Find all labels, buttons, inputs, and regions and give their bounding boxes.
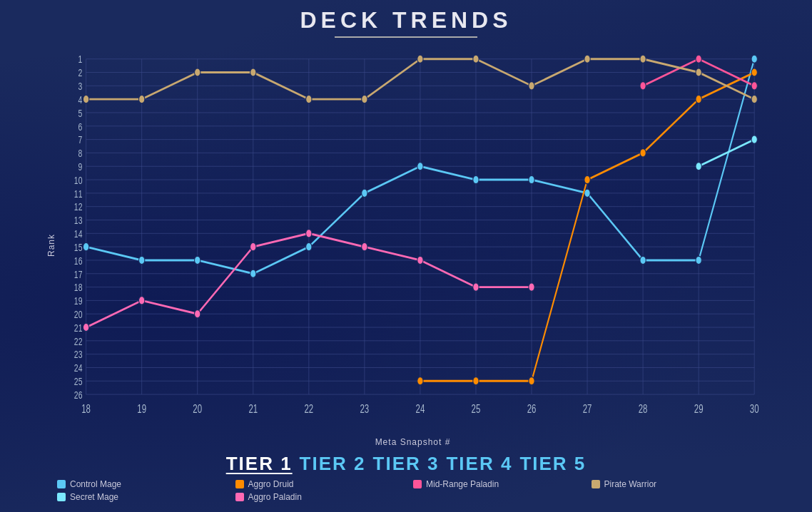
svg-point-79 <box>139 256 145 265</box>
svg-point-80 <box>195 256 201 265</box>
svg-text:20: 20 <box>74 309 83 320</box>
legend-item: Aggro Paladin <box>235 492 400 502</box>
svg-point-107 <box>473 283 479 292</box>
svg-point-114 <box>83 95 88 103</box>
svg-point-118 <box>306 95 312 103</box>
legend-label: Aggro Druid <box>248 479 294 489</box>
svg-point-124 <box>640 55 646 63</box>
svg-point-89 <box>696 256 701 265</box>
svg-text:4: 4 <box>78 94 83 106</box>
x-axis-label: Meta Snapshot # <box>56 437 769 447</box>
svg-point-85 <box>473 175 479 184</box>
svg-point-98 <box>696 95 701 103</box>
svg-point-99 <box>751 68 757 77</box>
svg-text:21: 21 <box>248 402 258 415</box>
chart-inner: 1819202122232425262728293012345678910111… <box>56 43 769 447</box>
svg-point-126 <box>751 95 757 103</box>
svg-point-103 <box>250 242 256 251</box>
svg-text:27: 27 <box>583 402 592 415</box>
svg-point-88 <box>640 256 646 265</box>
svg-text:22: 22 <box>74 336 83 347</box>
svg-point-93 <box>417 377 423 386</box>
legend-color <box>235 493 244 501</box>
legend-item: Secret Mage <box>57 492 221 502</box>
svg-text:18: 18 <box>74 282 83 294</box>
svg-point-101 <box>139 297 145 305</box>
svg-point-116 <box>195 68 201 77</box>
svg-point-100 <box>83 323 88 332</box>
svg-text:23: 23 <box>360 402 369 415</box>
svg-text:24: 24 <box>416 402 425 415</box>
svg-text:20: 20 <box>193 402 202 415</box>
svg-point-106 <box>417 256 423 265</box>
svg-point-125 <box>696 68 701 77</box>
tier-1-label[interactable]: TIER 1 <box>226 453 293 475</box>
svg-text:23: 23 <box>74 349 83 361</box>
legend-color <box>57 493 66 501</box>
svg-text:11: 11 <box>74 188 83 200</box>
main-chart-svg: 1819202122232425262728293012345678910111… <box>56 43 769 436</box>
svg-text:26: 26 <box>527 402 537 415</box>
svg-point-86 <box>529 175 534 184</box>
svg-point-94 <box>473 377 479 386</box>
svg-point-120 <box>417 55 423 63</box>
svg-point-121 <box>473 55 479 63</box>
svg-text:12: 12 <box>74 202 83 213</box>
chart-svg-wrapper: 1819202122232425262728293012345678910111… <box>56 43 769 436</box>
svg-point-117 <box>250 68 256 77</box>
svg-point-122 <box>529 82 534 91</box>
svg-point-108 <box>529 283 534 292</box>
tier-4-label[interactable]: TIER 4 <box>446 453 512 475</box>
svg-point-96 <box>584 175 590 184</box>
main-container: DECK TRENDS Rank 18192021222324252627282… <box>0 0 812 512</box>
svg-point-102 <box>195 309 201 318</box>
svg-point-78 <box>83 242 88 251</box>
svg-point-92 <box>751 135 757 144</box>
legend-label: Control Mage <box>70 479 121 489</box>
y-axis-label: Rank <box>43 43 56 447</box>
tier-2-label[interactable]: TIER 2 <box>300 453 366 475</box>
svg-text:24: 24 <box>74 363 83 374</box>
svg-text:3: 3 <box>78 81 83 93</box>
svg-point-111 <box>640 82 646 91</box>
page-title: DECK TRENDS <box>300 7 512 34</box>
svg-text:21: 21 <box>74 322 83 334</box>
svg-point-87 <box>584 189 590 198</box>
title-section: DECK TRENDS <box>300 7 512 38</box>
title-underline <box>335 36 477 38</box>
svg-point-104 <box>306 230 312 238</box>
legend-label: Mid-Range Paladin <box>426 479 499 489</box>
legend-color <box>57 480 66 488</box>
svg-point-82 <box>306 242 312 251</box>
svg-text:28: 28 <box>639 402 648 415</box>
svg-point-90 <box>751 55 757 63</box>
svg-text:30: 30 <box>750 402 759 415</box>
legend-label: Aggro Paladin <box>248 492 302 502</box>
svg-text:6: 6 <box>78 121 83 133</box>
svg-point-83 <box>362 189 367 198</box>
svg-text:1: 1 <box>78 54 83 66</box>
svg-text:15: 15 <box>74 242 83 253</box>
svg-text:16: 16 <box>74 255 83 267</box>
legend-item: Aggro Druid <box>235 479 400 489</box>
legend-label: Pirate Warrior <box>604 479 657 489</box>
svg-point-115 <box>139 95 145 103</box>
tier-5-label[interactable]: TIER 5 <box>519 453 586 475</box>
svg-point-95 <box>529 377 534 386</box>
legend-item: Mid-Range Paladin <box>413 479 577 489</box>
svg-point-91 <box>696 162 701 170</box>
svg-point-123 <box>584 55 590 63</box>
svg-text:10: 10 <box>74 175 83 186</box>
svg-text:22: 22 <box>304 402 313 415</box>
tier-section: TIER 1 TIER 2 TIER 3 TIER 4 TIER 5 <box>226 453 587 475</box>
svg-text:25: 25 <box>74 376 83 387</box>
svg-point-105 <box>362 242 367 251</box>
tier-3-label[interactable]: TIER 3 <box>373 453 440 475</box>
svg-point-84 <box>417 162 423 170</box>
svg-text:13: 13 <box>74 215 83 227</box>
svg-text:9: 9 <box>78 161 83 173</box>
chart-area: Rank 18192021222324252627282930123456789… <box>43 43 769 447</box>
legend-section: Control MageAggro DruidMid-Range Paladin… <box>43 479 769 502</box>
legend-item: Control Mage <box>57 479 221 489</box>
svg-text:2: 2 <box>78 68 83 79</box>
